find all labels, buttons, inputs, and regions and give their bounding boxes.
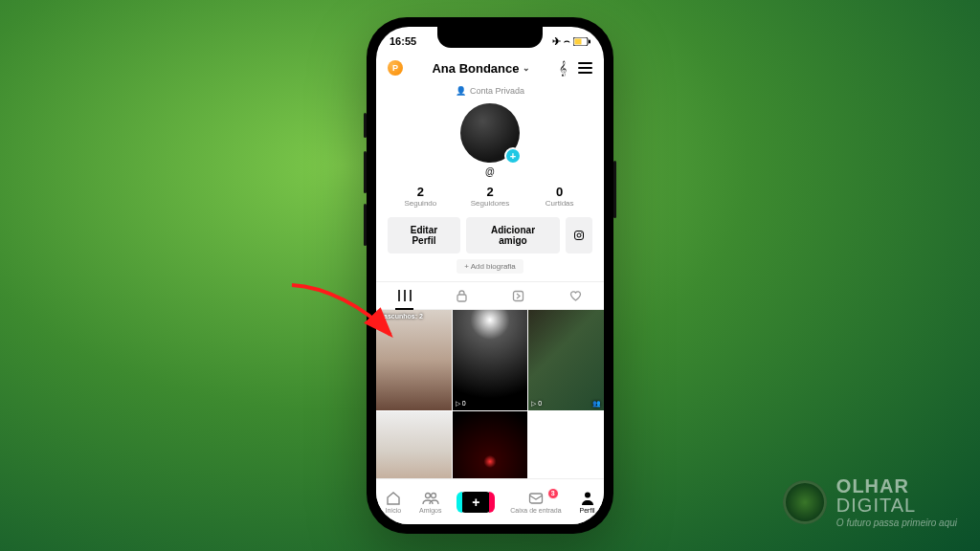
- svg-rect-10: [529, 494, 542, 503]
- airplane-icon: ✈: [552, 35, 561, 48]
- tab-liked[interactable]: [547, 282, 605, 309]
- battery-icon: [573, 37, 590, 46]
- phone-notch: [437, 27, 543, 48]
- phone-frame: 16:55 ✈ ⌢ P Ana Bondance ⌄ 𝄞 👤 Conta Pri…: [367, 17, 613, 534]
- instagram-icon: [573, 230, 585, 241]
- add-friend-button[interactable]: Adicionar amigo: [466, 217, 560, 253]
- nav-home[interactable]: Início: [385, 491, 401, 514]
- add-avatar-button[interactable]: +: [504, 147, 522, 165]
- plus-icon: +: [472, 495, 479, 510]
- watermark-text-1: OLHAR: [836, 475, 909, 496]
- edit-profile-button[interactable]: Editar Perfil: [388, 217, 460, 253]
- home-icon: [386, 491, 401, 506]
- svg-rect-6: [457, 295, 466, 301]
- profile-header: P Ana Bondance ⌄ 𝄞: [376, 52, 604, 84]
- lock-icon: [456, 290, 468, 302]
- menu-icon[interactable]: [578, 62, 592, 74]
- wifi-icon: ⌢: [564, 35, 570, 47]
- profile-icon: [581, 491, 594, 506]
- watermark-text-2: DIGITAL: [836, 495, 916, 516]
- bottom-nav: Início Amigos + 3 Caixa de entrada Perfi…: [376, 478, 604, 524]
- video-thumb-drafts[interactable]: Rascunhos: 2: [376, 310, 452, 410]
- video-thumb[interactable]: ▷0: [453, 310, 528, 410]
- svg-point-5: [581, 232, 582, 233]
- lock-person-icon: 👤: [456, 86, 466, 96]
- profile-body: 👤 Conta Privada + @ 2 Seguindo 2 Seguido…: [376, 84, 604, 478]
- video-grid: Rascunhos: 2 ▷0 ▷0 👥 ▷0 👥: [376, 310, 604, 478]
- nav-friends[interactable]: Amigos: [419, 491, 441, 514]
- heart-icon: [569, 290, 582, 302]
- create-button[interactable]: +: [459, 492, 492, 513]
- nav-create[interactable]: +: [459, 492, 492, 513]
- private-account-label: 👤 Conta Privada: [376, 86, 604, 96]
- friends-icon: [422, 491, 439, 506]
- tab-reposts[interactable]: [490, 282, 547, 309]
- inbox-icon: [528, 491, 544, 506]
- repost-icon: [512, 290, 524, 302]
- svg-rect-2: [589, 39, 590, 43]
- nav-profile[interactable]: Perfil: [580, 491, 595, 514]
- profile-tabs: [376, 281, 604, 310]
- svg-rect-7: [514, 291, 523, 300]
- inbox-badge: 3: [547, 488, 559, 499]
- coin-icon[interactable]: P: [388, 60, 403, 76]
- play-icon: ▷: [531, 400, 536, 408]
- video-thumb[interactable]: ▷0 👥: [528, 310, 604, 410]
- watermark-logo: OLHAR DIGITAL O futuro passa primeiro aq…: [783, 476, 957, 528]
- svg-point-11: [585, 492, 590, 497]
- svg-point-9: [431, 493, 435, 497]
- tab-posts[interactable]: [376, 282, 434, 309]
- friends-only-icon: 👥: [592, 400, 601, 408]
- chevron-down-icon: ⌄: [523, 63, 530, 73]
- status-time: 16:55: [390, 35, 416, 47]
- nav-inbox[interactable]: 3 Caixa de entrada: [510, 491, 561, 514]
- video-thumb[interactable]: [453, 411, 528, 478]
- stat-followers[interactable]: 2 Seguidores: [456, 185, 525, 208]
- svg-rect-1: [575, 38, 582, 44]
- watermark-tagline: O futuro passa primeiro aqui: [836, 518, 957, 528]
- svg-point-8: [425, 493, 430, 497]
- creator-tools-icon[interactable]: 𝄞: [559, 60, 567, 77]
- username-text: Ana Bondance: [432, 61, 519, 76]
- svg-point-4: [577, 233, 581, 237]
- watermark-icon: [783, 480, 827, 524]
- play-icon: ▷: [456, 400, 460, 408]
- username-dropdown[interactable]: Ana Bondance ⌄: [432, 61, 529, 76]
- stat-following[interactable]: 2 Seguindo: [386, 185, 456, 208]
- grid-icon: [398, 289, 412, 302]
- user-handle: @: [376, 166, 604, 177]
- tab-private[interactable]: [434, 282, 491, 309]
- video-thumb[interactable]: ▷0 👥: [376, 411, 452, 478]
- add-bio-button[interactable]: + Add biografia: [457, 259, 523, 274]
- instagram-link-button[interactable]: [566, 217, 592, 253]
- stat-likes[interactable]: 0 Curtidas: [524, 185, 594, 208]
- video-thumb-empty: [528, 411, 604, 478]
